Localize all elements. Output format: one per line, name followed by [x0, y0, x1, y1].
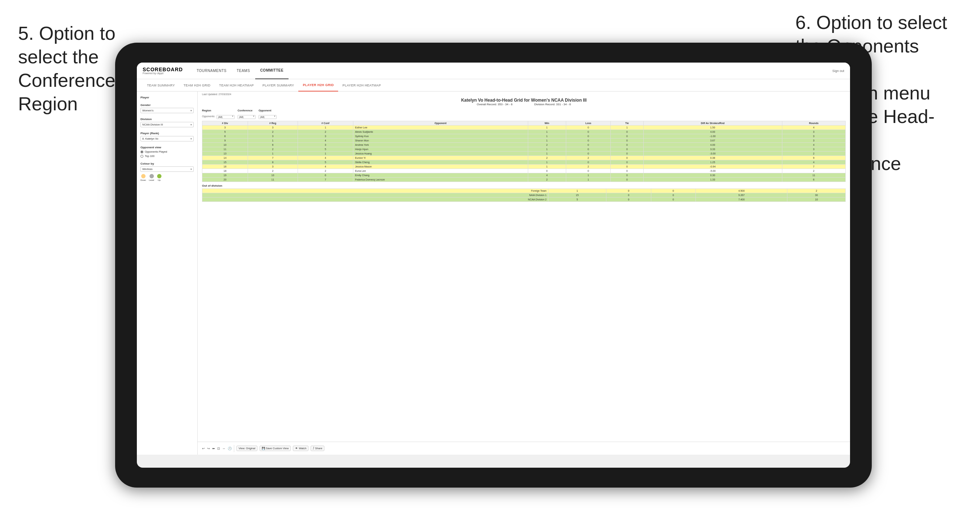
- cell-tie: 0: [611, 173, 643, 178]
- out-div-cell: 0: [606, 197, 651, 202]
- cell-opponent: Alexis Sudjianto: [353, 130, 528, 134]
- sidebar-colour-by-select[interactable]: Win/loss: [140, 167, 194, 172]
- legend-up: Up: [157, 174, 161, 181]
- conference-filter-group: Conference (All): [237, 109, 256, 119]
- report-title: Katelyn Vo Head-to-Head Grid for Women's…: [198, 95, 850, 108]
- cell-diff: -0.94: [643, 165, 782, 169]
- table-row: 1063Andrea York2004.004: [202, 143, 846, 147]
- cell-rounds: 4: [782, 143, 845, 147]
- share-btn[interactable]: ⤴ Share: [310, 446, 325, 451]
- sub-nav-player-summary[interactable]: PLAYER SUMMARY: [258, 79, 298, 92]
- cell-rounds: 7: [782, 165, 845, 169]
- table-row: 1125Heejo Hyun1003.333: [202, 147, 846, 152]
- table-row: 914Sharon Mun1003.673: [202, 138, 846, 143]
- view-original-btn[interactable]: View: Original: [236, 446, 258, 451]
- out-div-cell: 2: [788, 189, 846, 193]
- cell-reg: 1: [248, 138, 298, 143]
- sidebar: Player Gender Women's Division NCAA Divi…: [137, 92, 198, 455]
- cell-rounds: 3: [782, 130, 845, 134]
- cell-conf: 3: [298, 134, 353, 138]
- cell-opponent: Heejo Hyun: [353, 147, 528, 152]
- out-div-row: NCAA Division 25007.40010: [202, 197, 846, 202]
- cell-opponent: Sydney Kuo: [353, 134, 528, 138]
- cell-diff: -3.00: [643, 152, 782, 156]
- tablet-screen: SCOREBOARD Powered by clippd TOURNAMENTS…: [137, 63, 850, 468]
- sub-nav-team-summary[interactable]: TEAM SUMMARY: [143, 79, 179, 92]
- cell-div: 14: [202, 156, 248, 160]
- cell-win: 1: [528, 165, 566, 169]
- cell-tie: 0: [611, 169, 643, 173]
- cell-tie: 0: [611, 178, 643, 182]
- watch-label: Watch: [299, 447, 306, 450]
- save-custom-view-btn[interactable]: 💾 Save Custom View: [259, 446, 291, 451]
- sidebar-colour-by-label: Colour by: [140, 162, 194, 165]
- cell-win: 4: [528, 173, 566, 178]
- cell-loss: 0: [566, 125, 611, 130]
- out-div-cell: 5: [548, 197, 606, 202]
- table-row: 1822Euna Lee000-5.002: [202, 169, 846, 173]
- cell-opponent: Andrea York: [353, 143, 528, 147]
- division-record: Division Record: 331 - 34 - 6: [535, 103, 571, 106]
- cell-tie: 0: [611, 143, 643, 147]
- sign-out-link[interactable]: Sign out: [832, 69, 844, 73]
- cell-diff: -5.00: [643, 169, 782, 173]
- opponent-filter-inner: (All): [258, 113, 277, 119]
- sidebar-opponent-view: Opponent view Opponents Played Top 100: [140, 146, 194, 158]
- out-div-cell: Foreign Team: [202, 189, 549, 193]
- tool2-icon[interactable]: ↔: [222, 447, 226, 450]
- sidebar-gender-select[interactable]: Women's: [140, 108, 194, 113]
- sidebar-division-label: Division: [140, 117, 194, 121]
- table-row: 331Esther Lee1011.504: [202, 125, 846, 130]
- cell-rounds: 2: [782, 169, 845, 173]
- cell-reg: 2: [248, 147, 298, 152]
- cell-rounds: 6: [782, 178, 845, 182]
- opponent-select[interactable]: (All): [258, 115, 277, 119]
- cell-div: 10: [202, 143, 248, 147]
- sub-nav-player-h2h-heatmap[interactable]: PLAYER H2H HEATMAP: [338, 79, 385, 92]
- tool1-icon[interactable]: ⊡: [217, 447, 220, 450]
- legend-dot-up: [157, 174, 161, 178]
- sidebar-division-select[interactable]: NCAA Division III: [140, 122, 194, 127]
- cell-reg: 3: [248, 125, 298, 130]
- undo-icon[interactable]: ↩: [202, 447, 205, 450]
- report-main-title: Katelyn Vo Head-to-Head Grid for Women's…: [202, 98, 846, 103]
- data-table-container: # Div # Reg # Conf Opponent Win Loss Tie…: [198, 121, 850, 182]
- watch-btn[interactable]: 👁 Watch: [293, 446, 309, 451]
- view-original-label: View: Original: [239, 447, 255, 450]
- sub-nav-player-h2h-grid[interactable]: PLAYER H2H GRID: [298, 79, 338, 92]
- sub-nav-team-h2h-heatmap[interactable]: TEAM H2H HEATMAP: [215, 79, 258, 92]
- share-icon: ⤴: [313, 447, 314, 450]
- sidebar-gender-label: Gender: [140, 103, 194, 107]
- sidebar-player-rank-select[interactable]: 8. Katelyn Vo: [140, 136, 194, 141]
- sub-nav-team-h2h-grid[interactable]: TEAM H2H GRID: [179, 79, 215, 92]
- conference-select[interactable]: (All): [237, 115, 256, 119]
- nav-committee[interactable]: COMMITTEE: [255, 63, 289, 79]
- sidebar-radio-played[interactable]: Opponents Played: [140, 150, 194, 153]
- table-body: 331Esther Lee1011.504522Alexis Sudjianto…: [202, 125, 846, 182]
- clock-icon[interactable]: 🕐: [228, 447, 232, 450]
- sidebar-player-rank-section: Player (Rank) 8. Katelyn Vo: [140, 132, 194, 141]
- redo-icon[interactable]: ↪: [207, 447, 210, 450]
- sidebar-player-section: Player: [140, 96, 194, 99]
- radio-dot-top100: [140, 155, 143, 158]
- region-filter-inner: Opponents: (All): [202, 113, 235, 119]
- cell-reg: 2: [248, 130, 298, 134]
- cell-opponent: Emily Chang: [353, 173, 528, 178]
- back-icon[interactable]: ⬅: [212, 447, 215, 450]
- sidebar-radio-top100[interactable]: Top 100: [140, 154, 194, 158]
- nav-tournaments[interactable]: TOURNAMENTS: [191, 63, 232, 79]
- nav-teams[interactable]: TEAMS: [232, 63, 255, 79]
- legend-down: Down: [140, 174, 146, 181]
- radio-dot-played: [140, 151, 143, 153]
- cell-win: 1: [528, 160, 566, 165]
- cell-reg: 10: [248, 173, 298, 178]
- table-header-row: # Div # Reg # Conf Opponent Win Loss Tie…: [202, 121, 846, 125]
- cell-conf: 6: [298, 173, 353, 178]
- cell-rounds: 3: [782, 147, 845, 152]
- cell-div: 13: [202, 152, 248, 156]
- out-div-cell: 0: [606, 193, 651, 197]
- cell-opponent: Esther Lee: [353, 125, 528, 130]
- region-select[interactable]: (All): [216, 115, 235, 119]
- cell-loss: 0: [566, 134, 611, 138]
- out-div-cell: 0: [606, 189, 651, 193]
